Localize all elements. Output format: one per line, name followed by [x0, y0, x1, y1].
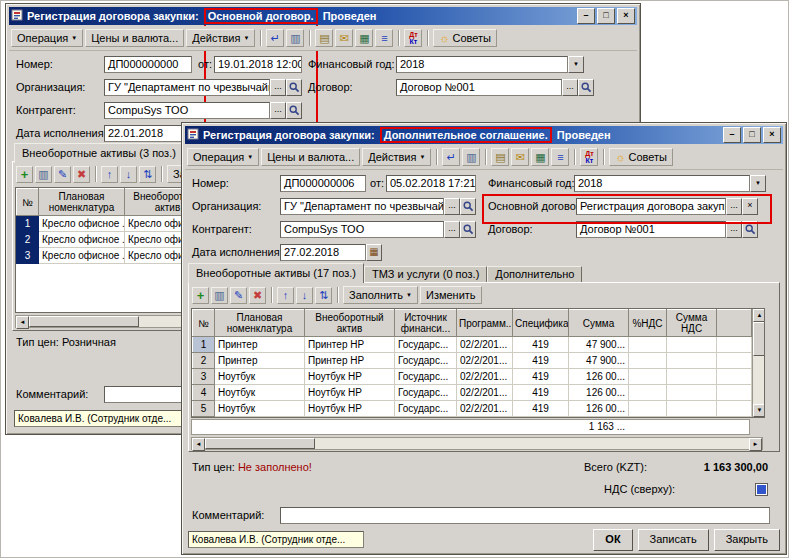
- plan-item-cell[interactable]: Кресло офисное ...: [39, 232, 125, 248]
- table-row[interactable]: 4 Ноутбук Ноутбук HP Государс... 02/2/20…: [193, 385, 752, 401]
- move-down-icon[interactable]: ↓: [296, 287, 313, 304]
- responsible-user-field[interactable]: Ковалева И.В. (Сотрудник отде...: [188, 531, 364, 548]
- vat-pct-cell[interactable]: [629, 385, 667, 401]
- main-contract-input[interactable]: Регистрация договора закупки ДП0: [576, 198, 726, 215]
- list-icon[interactable]: ▦: [531, 148, 549, 166]
- specification-cell[interactable]: 419: [513, 353, 569, 369]
- plan-item-cell[interactable]: Ноутбук: [215, 401, 305, 417]
- counterparty-select-button[interactable]: ...: [270, 102, 286, 119]
- row-number-cell[interactable]: 2: [17, 232, 39, 248]
- organization-search-icon[interactable]: [460, 198, 476, 215]
- table-row[interactable]: 1 Принтер Принтер HP Государс... 02/2/20…: [193, 337, 752, 353]
- row-number-cell[interactable]: 1: [17, 216, 39, 232]
- vat-pct-cell[interactable]: [629, 353, 667, 369]
- organization-select-button[interactable]: ...: [270, 79, 286, 96]
- prices-currency-button[interactable]: Цены и валюта...: [85, 29, 184, 47]
- dtkt-icon[interactable]: ДтКт: [580, 148, 598, 166]
- actions-menu-button[interactable]: Действия▼: [186, 29, 255, 47]
- row-number-cell[interactable]: 3: [17, 248, 39, 264]
- scroll-up-icon[interactable]: ▲: [753, 309, 765, 322]
- contract-search-icon[interactable]: [742, 221, 758, 238]
- program-cell[interactable]: 02/2/201...: [457, 369, 513, 385]
- asset-cell[interactable]: Принтер HP: [305, 337, 395, 353]
- close-window-button[interactable]: Закрыть: [714, 529, 780, 551]
- row-number-cell[interactable]: 1: [193, 337, 215, 353]
- organization-select-button[interactable]: ...: [444, 198, 460, 215]
- row-number-cell[interactable]: 3: [193, 369, 215, 385]
- funding-source-cell[interactable]: Государс...: [395, 353, 457, 369]
- fin-year-dropdown-icon[interactable]: ▼: [568, 56, 584, 73]
- move-up-icon[interactable]: ↑: [277, 287, 294, 304]
- vat-on-top-field[interactable]: [755, 483, 768, 496]
- counterparty-search-icon[interactable]: [286, 102, 302, 119]
- add-row-icon[interactable]: +: [192, 287, 209, 304]
- specification-cell[interactable]: 419: [513, 369, 569, 385]
- sum-cell[interactable]: 126 00...: [569, 385, 629, 401]
- counterparty-input[interactable]: CompuSys ТОО: [104, 102, 270, 119]
- copy-icon[interactable]: ▤: [315, 29, 333, 47]
- move-down-icon[interactable]: ↓: [120, 166, 137, 183]
- plan-item-cell[interactable]: Ноутбук: [215, 385, 305, 401]
- vat-sum-cell[interactable]: [667, 401, 717, 417]
- scroll-left-icon[interactable]: ◄: [16, 316, 29, 329]
- exec-date-input[interactable]: 27.02.2018: [280, 244, 366, 261]
- specification-cell[interactable]: 419: [513, 337, 569, 353]
- calendar-icon[interactable]: ▦: [366, 244, 382, 261]
- structure-icon[interactable]: ≡: [551, 148, 569, 166]
- copy-row-icon[interactable]: ▥: [35, 166, 52, 183]
- close-button[interactable]: ×: [763, 127, 781, 143]
- vat-pct-cell[interactable]: [629, 369, 667, 385]
- fin-year-select[interactable]: 2018: [396, 56, 568, 73]
- sum-cell[interactable]: 126 00...: [569, 401, 629, 417]
- tab-tmz-services[interactable]: ТМЗ и услуги (0 поз.): [364, 266, 487, 283]
- post-document-icon[interactable]: ↵: [266, 29, 284, 47]
- counterparty-input[interactable]: CompuSys ТОО: [280, 221, 444, 238]
- vat-sum-cell[interactable]: [667, 385, 717, 401]
- mail-icon[interactable]: ✉: [511, 148, 529, 166]
- main-contract-select-button[interactable]: ...: [726, 198, 742, 215]
- vat-sum-cell[interactable]: [667, 369, 717, 385]
- close-button[interactable]: ×: [617, 8, 635, 24]
- advice-button[interactable]: ☼Советы: [609, 148, 673, 166]
- table-row[interactable]: 3 Ноутбук Ноутбук HP Государс... 02/2/20…: [193, 369, 752, 385]
- fin-year-select[interactable]: 2018: [574, 175, 750, 192]
- plan-item-cell[interactable]: Кресло офисное ...: [39, 216, 125, 232]
- date-from-input[interactable]: 05.02.2018 17:21:2: [386, 175, 476, 192]
- plan-item-cell[interactable]: Принтер: [215, 337, 305, 353]
- open-form-icon[interactable]: ▥: [286, 29, 304, 47]
- funding-source-cell[interactable]: Государс...: [395, 385, 457, 401]
- mail-icon[interactable]: ✉: [335, 29, 353, 47]
- program-cell[interactable]: 02/2/201...: [457, 337, 513, 353]
- program-cell[interactable]: 02/2/201...: [457, 353, 513, 369]
- scroll-down-icon[interactable]: ▼: [753, 404, 765, 417]
- post-document-icon[interactable]: ↵: [442, 148, 460, 166]
- funding-source-cell[interactable]: Государс...: [395, 369, 457, 385]
- main-contract-clear-icon[interactable]: ×: [742, 198, 758, 215]
- maximize-button[interactable]: □: [597, 8, 615, 24]
- contract-select-button[interactable]: ...: [726, 221, 742, 238]
- move-up-icon[interactable]: ↑: [101, 166, 118, 183]
- asset-cell[interactable]: Ноутбук HP: [305, 385, 395, 401]
- list-icon[interactable]: ▦: [355, 29, 373, 47]
- sum-cell[interactable]: 47 900...: [569, 353, 629, 369]
- add-row-icon[interactable]: +: [16, 166, 33, 183]
- scrollbar-thumb[interactable]: [29, 316, 139, 327]
- organization-input[interactable]: ГУ "Департамент по чрезвычайным: [104, 79, 270, 96]
- specification-cell[interactable]: 419: [513, 401, 569, 417]
- scrollbar-thumb[interactable]: [205, 438, 315, 449]
- fin-year-dropdown-icon[interactable]: ▼: [750, 175, 766, 192]
- change-button[interactable]: Изменить: [420, 286, 482, 304]
- exec-date-input[interactable]: 22.01.2018: [104, 125, 192, 142]
- organization-input[interactable]: ГУ "Департамент по чрезвычайным: [280, 198, 444, 215]
- delete-row-icon[interactable]: ✖: [73, 166, 90, 183]
- titlebar-supplementary[interactable]: Регистрация договора закупки: Дополнител…: [185, 126, 783, 144]
- vat-sum-cell[interactable]: [667, 337, 717, 353]
- asset-cell[interactable]: Ноутбук HP: [305, 401, 395, 417]
- minimize-button[interactable]: –: [577, 8, 595, 24]
- contract-select-button[interactable]: ...: [562, 79, 578, 96]
- ok-button[interactable]: ОК: [593, 529, 632, 551]
- maximize-button[interactable]: □: [743, 127, 761, 143]
- program-cell[interactable]: 02/2/201...: [457, 385, 513, 401]
- sort-icon[interactable]: ⇅: [315, 287, 332, 304]
- specification-cell[interactable]: 419: [513, 385, 569, 401]
